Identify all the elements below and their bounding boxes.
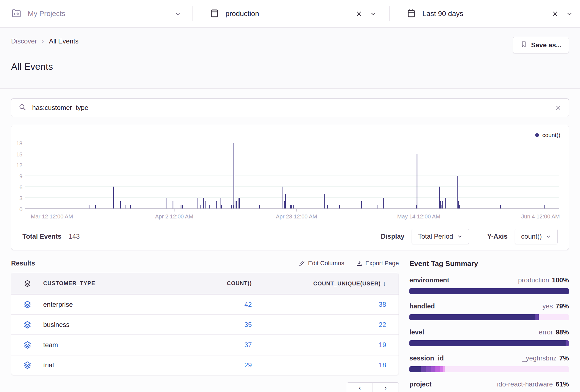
- chart-bar[interactable]: [544, 205, 545, 208]
- chart-bar[interactable]: [361, 201, 362, 208]
- environment-selector[interactable]: production: [193, 0, 389, 27]
- chart-bar[interactable]: [238, 198, 238, 208]
- chart-bar[interactable]: [221, 205, 222, 208]
- chart-bar[interactable]: [291, 205, 292, 208]
- chart-bar[interactable]: [125, 205, 125, 208]
- chart-bar[interactable]: [283, 187, 283, 208]
- export-page-button[interactable]: Export Page: [356, 260, 399, 267]
- search-clear-icon[interactable]: [555, 104, 562, 111]
- save-as-button[interactable]: Save as...: [513, 37, 569, 53]
- chart-bar[interactable]: [205, 201, 206, 208]
- search-input[interactable]: [32, 104, 549, 112]
- pagination-prev-button[interactable]: ‹: [347, 382, 373, 392]
- chart-bar[interactable]: [417, 154, 417, 208]
- chart-bar[interactable]: [327, 205, 328, 208]
- cell-count-unique-user[interactable]: 18: [264, 361, 399, 369]
- cell-count-unique-user[interactable]: 19: [264, 341, 399, 349]
- chart-bar[interactable]: [173, 201, 173, 208]
- tag-bar-segment[interactable]: [445, 366, 569, 372]
- table-row[interactable]: trial2918: [11, 355, 399, 375]
- date-clear-icon[interactable]: [551, 10, 559, 17]
- chart-bar[interactable]: [290, 205, 291, 208]
- tag-distribution-bar[interactable]: [409, 366, 569, 372]
- chart-bar[interactable]: [95, 205, 96, 208]
- chart-bar[interactable]: [130, 205, 131, 208]
- chart-plot[interactable]: [25, 140, 559, 209]
- chart-bar[interactable]: [259, 205, 260, 208]
- table-row[interactable]: team3719: [11, 334, 399, 355]
- breadcrumb-discover-link[interactable]: Discover: [11, 37, 37, 45]
- tag-distribution-bar[interactable]: [409, 340, 569, 346]
- column-header-count-unique-user[interactable]: COUNT_UNIQUE(USER)↓: [264, 280, 399, 287]
- chart-bar[interactable]: [209, 205, 210, 208]
- cell-count-unique-user[interactable]: 38: [264, 301, 399, 308]
- chart-bar[interactable]: [216, 201, 217, 208]
- chart-bar[interactable]: [378, 205, 378, 208]
- chart-bar[interactable]: [500, 205, 501, 208]
- chart-bar[interactable]: [237, 201, 237, 208]
- chart-bar[interactable]: [203, 198, 204, 208]
- chart-bar[interactable]: [233, 143, 234, 208]
- date-chevron-down-icon[interactable]: [566, 10, 573, 17]
- chart-bar[interactable]: [445, 198, 446, 208]
- chart-bar[interactable]: [235, 201, 235, 208]
- tag-bar-segment[interactable]: [566, 340, 569, 346]
- chart-bar[interactable]: [120, 201, 121, 208]
- tag-bar-segment[interactable]: [435, 366, 440, 372]
- display-dropdown[interactable]: Total Period: [412, 229, 469, 244]
- date-range-selector[interactable]: Last 90 days: [390, 0, 580, 27]
- chart-bar[interactable]: [339, 205, 340, 208]
- project-selector[interactable]: My Projects: [0, 0, 193, 27]
- cell-count[interactable]: 35: [165, 321, 264, 329]
- cell-count[interactable]: 37: [165, 341, 264, 349]
- chart-bar[interactable]: [113, 187, 114, 208]
- chart-bar[interactable]: [166, 198, 166, 208]
- chart-bar[interactable]: [442, 201, 443, 208]
- chart-bar[interactable]: [231, 205, 232, 208]
- tag-bar-segment[interactable]: [535, 314, 539, 320]
- chart-bar[interactable]: [197, 198, 197, 208]
- tag-bar-segment[interactable]: [409, 314, 535, 320]
- tag-bar-segment[interactable]: [431, 366, 436, 372]
- chart-bar[interactable]: [236, 201, 237, 208]
- column-header-customer-type[interactable]: CUSTOMER_TYPE: [43, 280, 165, 287]
- chart-bar[interactable]: [182, 205, 183, 208]
- chart-bar[interactable]: [239, 198, 240, 208]
- cell-count[interactable]: 29: [165, 361, 264, 369]
- chart-bar[interactable]: [284, 201, 285, 208]
- chart-bar[interactable]: [293, 205, 294, 208]
- project-chevron-down-icon[interactable]: [174, 10, 181, 17]
- chart-bar[interactable]: [458, 201, 459, 208]
- chart-bar[interactable]: [459, 205, 460, 208]
- tag-bar-segment[interactable]: [426, 366, 431, 372]
- environment-chevron-down-icon[interactable]: [370, 10, 377, 17]
- cell-count-unique-user[interactable]: 22: [264, 321, 399, 329]
- tag-distribution-bar[interactable]: [409, 288, 569, 294]
- column-header-count[interactable]: COUNT(): [165, 280, 264, 287]
- table-row[interactable]: enterprise4238: [11, 294, 399, 314]
- tag-bar-segment[interactable]: [409, 288, 569, 294]
- tag-bar-segment[interactable]: [409, 366, 421, 372]
- chart-bar[interactable]: [439, 187, 440, 208]
- chart-bar[interactable]: [324, 194, 325, 208]
- tag-distribution-bar[interactable]: [409, 314, 569, 320]
- chart-bar[interactable]: [457, 176, 458, 208]
- chart-bar[interactable]: [220, 198, 220, 208]
- tag-bar-segment[interactable]: [539, 314, 569, 320]
- chart-bar[interactable]: [200, 205, 201, 208]
- tag-bar-segment[interactable]: [443, 366, 445, 372]
- tag-bar-segment[interactable]: [409, 340, 566, 346]
- chart-legend[interactable]: count(): [11, 125, 569, 140]
- chart-bar[interactable]: [383, 198, 384, 208]
- edit-columns-button[interactable]: Edit Columns: [299, 260, 344, 267]
- chart-bar[interactable]: [89, 205, 89, 208]
- cell-count[interactable]: 42: [165, 301, 264, 308]
- pagination-next-button[interactable]: ›: [373, 382, 399, 392]
- yaxis-dropdown[interactable]: count(): [515, 229, 558, 244]
- table-row[interactable]: business3522: [11, 314, 399, 334]
- chart-bar[interactable]: [181, 205, 181, 208]
- environment-clear-icon[interactable]: [355, 10, 363, 17]
- tag-bar-segment[interactable]: [421, 366, 426, 372]
- chart-bar[interactable]: [441, 205, 442, 208]
- tag-bar-segment[interactable]: [440, 366, 443, 372]
